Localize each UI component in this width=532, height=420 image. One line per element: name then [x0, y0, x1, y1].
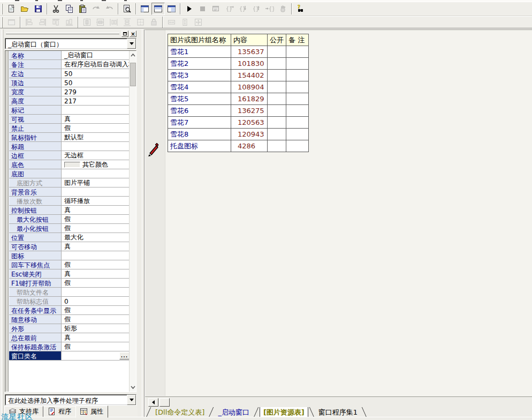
table-cell-content[interactable]: 4286: [231, 140, 268, 152]
table-row[interactable]: 雪花8120943: [168, 129, 309, 140]
property-row[interactable]: 回车下移焦点假: [9, 260, 130, 269]
table-cell-content[interactable]: 135637: [231, 46, 268, 58]
table-cell-content[interactable]: 154402: [231, 70, 268, 81]
property-value[interactable]: 真: [62, 115, 130, 123]
property-value[interactable]: 假: [62, 279, 130, 287]
table-cell-name[interactable]: 雪花8: [168, 129, 231, 140]
property-value[interactable]: 真: [62, 206, 130, 214]
property-value[interactable]: 在程序启动后自动调入本: [62, 60, 130, 69]
property-value[interactable]: 0: [62, 297, 130, 305]
help-search-button[interactable]: ?: [294, 3, 307, 15]
property-row[interactable]: 帮助文件名: [9, 288, 130, 297]
property-value[interactable]: 图片平铺: [62, 178, 130, 187]
table-cell-open[interactable]: [268, 46, 286, 58]
property-row[interactable]: 顶边50: [9, 78, 130, 87]
property-value[interactable]: 默认型: [62, 133, 130, 141]
table-cell-note[interactable]: [286, 70, 309, 81]
table-cell-content[interactable]: 120943: [231, 129, 268, 140]
sheet-tab-item[interactable]: [Dll命令定义表]: [152, 407, 208, 417]
color-swatch[interactable]: [64, 162, 80, 168]
table-cell-name[interactable]: 雪花7: [168, 117, 231, 129]
property-value[interactable]: ...: [62, 351, 130, 360]
property-row[interactable]: F1键打开帮助假: [9, 279, 130, 288]
property-row[interactable]: 窗口类名...: [9, 351, 130, 361]
property-row[interactable]: 标题: [9, 142, 130, 151]
table-cell-content[interactable]: 161829: [231, 93, 268, 105]
property-row[interactable]: 外形矩形: [9, 324, 130, 333]
table-cell-note[interactable]: [286, 93, 309, 105]
sheet-tab-item[interactable]: 窗口程序集1: [315, 407, 361, 417]
table-cell-open[interactable]: [268, 81, 286, 93]
property-value[interactable]: [62, 142, 130, 151]
layout-bottom-pane-button[interactable]: [165, 3, 178, 15]
sheet-tab-item[interactable]: _启动窗口: [215, 407, 253, 417]
property-row[interactable]: 总在最前真: [9, 333, 130, 342]
table-row[interactable]: 雪花7120563: [168, 117, 309, 129]
layout-top-pane-button[interactable]: [151, 3, 165, 15]
run-button[interactable]: [183, 3, 196, 15]
table-row[interactable]: 雪花5161829: [168, 93, 309, 105]
property-value[interactable]: 假: [62, 315, 130, 324]
property-value[interactable]: 最大化: [62, 233, 130, 242]
table-cell-content[interactable]: 101830: [231, 58, 268, 70]
property-value[interactable]: 假: [62, 215, 130, 223]
table-cell-name[interactable]: 雪花3: [168, 70, 231, 81]
property-value[interactable]: 假: [62, 124, 130, 132]
table-cell-open[interactable]: [268, 140, 286, 152]
property-value[interactable]: [62, 106, 130, 114]
property-row[interactable]: 名称_启动窗口: [9, 51, 130, 60]
property-row[interactable]: 播放次数循环播放: [9, 197, 130, 206]
property-row[interactable]: 背景音乐: [9, 188, 130, 197]
object-selector-dropdown-button[interactable]: [127, 39, 136, 49]
table-cell-name[interactable]: 雪花5: [168, 93, 231, 105]
table-cell-content[interactable]: 108904: [231, 81, 268, 93]
property-value[interactable]: 矩形: [62, 324, 130, 333]
property-value[interactable]: [62, 188, 130, 196]
property-row[interactable]: 鼠标指针默认型: [9, 133, 130, 142]
property-row[interactable]: 禁止假: [9, 124, 130, 133]
property-value[interactable]: _启动窗口: [62, 51, 130, 59]
cut-button[interactable]: [49, 3, 63, 15]
table-cell-content[interactable]: 136275: [231, 105, 268, 117]
property-row[interactable]: 最小化按钮假: [9, 224, 130, 233]
table-cell-note[interactable]: [286, 140, 309, 152]
property-value[interactable]: 真: [62, 242, 130, 251]
property-row[interactable]: 备注在程序启动后自动调入本: [9, 60, 130, 69]
property-value[interactable]: 真: [62, 269, 130, 278]
property-value[interactable]: 假: [62, 306, 130, 314]
new-document-button[interactable]: [5, 3, 18, 15]
table-row[interactable]: 雪花4108904: [168, 81, 309, 93]
property-row[interactable]: 在任务条中显示假: [9, 306, 130, 315]
panel-splitter[interactable]: [138, 29, 145, 420]
table-row[interactable]: 雪花2101830: [168, 58, 309, 70]
panel-float-button[interactable]: [121, 31, 128, 37]
table-cell-name[interactable]: 雪花2: [168, 58, 231, 70]
property-row[interactable]: 随意移动假: [9, 315, 130, 324]
table-row[interactable]: 雪花6136275: [168, 105, 309, 117]
property-value[interactable]: 50: [62, 78, 130, 87]
scroll-up-icon[interactable]: [131, 53, 135, 58]
toolbar-grip[interactable]: [1, 17, 3, 28]
open-file-button[interactable]: [18, 3, 32, 15]
table-cell-open[interactable]: [268, 58, 286, 70]
table-cell-note[interactable]: [286, 105, 309, 117]
table-cell-open[interactable]: [268, 93, 286, 105]
find-in-document-button[interactable]: [120, 3, 134, 15]
table-cell-content[interactable]: 120563: [231, 117, 268, 129]
property-value[interactable]: 假: [62, 260, 130, 269]
panel-tab-active-item[interactable]: 属性: [75, 406, 108, 418]
table-cell-open[interactable]: [268, 117, 286, 129]
property-row[interactable]: Esc键关闭真: [9, 269, 130, 279]
property-row[interactable]: 高度217: [9, 96, 130, 106]
panel-tab-item[interactable]: 程序: [43, 406, 76, 417]
property-value[interactable]: 其它颜色: [62, 160, 130, 169]
table-cell-note[interactable]: [286, 117, 309, 129]
property-row[interactable]: 标记: [9, 106, 130, 115]
table-cell-name[interactable]: 雪花6: [168, 105, 231, 117]
copy-button[interactable]: [63, 3, 76, 15]
event-handler-dropdown-button[interactable]: [127, 395, 136, 405]
property-row[interactable]: 宽度279: [9, 87, 130, 96]
table-cell-note[interactable]: [286, 129, 309, 140]
property-row[interactable]: 底图: [9, 169, 130, 178]
table-row[interactable]: 雪花3154402: [168, 70, 309, 81]
